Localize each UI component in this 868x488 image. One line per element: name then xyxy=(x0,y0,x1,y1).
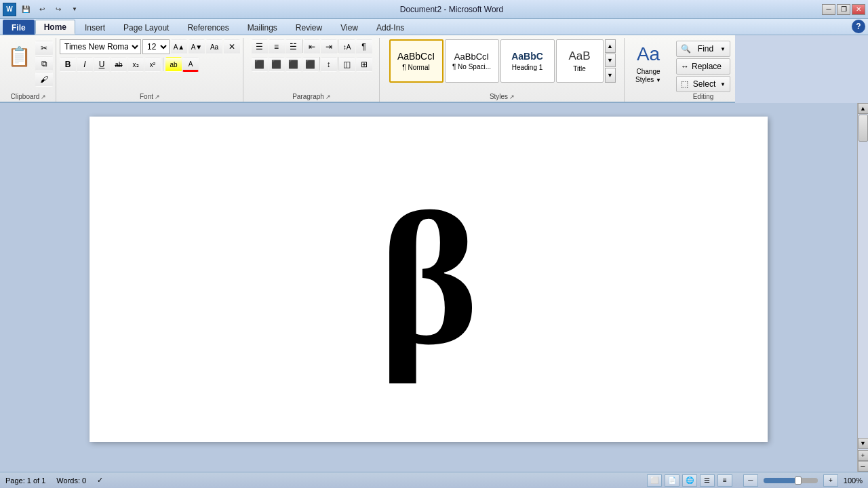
font-size-select[interactable]: 12 xyxy=(142,39,170,54)
tab-references[interactable]: References xyxy=(178,20,237,35)
font-grow-button[interactable]: A▲ xyxy=(171,39,187,54)
paste-button[interactable]: 📋 xyxy=(4,39,34,73)
style-nospacing-preview: AaBbCcI xyxy=(454,52,489,62)
style-normal[interactable]: AaBbCcI ¶ Normal xyxy=(389,39,443,83)
replace-label: Replace xyxy=(692,62,722,71)
minimize-button[interactable]: ─ xyxy=(822,4,835,15)
word-count: Words: 0 xyxy=(56,476,86,485)
style-heading1[interactable]: AaBbC Heading 1 xyxy=(500,39,555,83)
find-dropdown-arrow: ▼ xyxy=(720,46,726,52)
style-normal-preview: AaBbCcI xyxy=(397,51,435,62)
restore-button[interactable]: ❐ xyxy=(837,4,850,15)
close-button[interactable]: ✕ xyxy=(852,4,865,15)
style-title[interactable]: AaB Title xyxy=(556,39,604,83)
font-expand-icon[interactable]: ↗ xyxy=(155,94,160,100)
style-title-preview: AaB xyxy=(568,49,590,63)
quick-access-redo[interactable]: ↪ xyxy=(52,3,65,16)
scroll-up-arrow[interactable]: ▲ xyxy=(858,103,869,114)
superscript-button[interactable]: x² xyxy=(144,57,161,72)
italic-button[interactable]: I xyxy=(77,57,93,72)
editing-group: 🔍 Find ▼ ↔ Replace ⬚ Select ▼ xyxy=(673,38,734,102)
zoom-out-scroll[interactable]: ─ xyxy=(858,461,869,472)
style-nospacing[interactable]: AaBbCcI ¶ No Spaci... xyxy=(445,39,499,83)
styles-expand[interactable]: ▼ xyxy=(605,68,616,83)
bullets-button[interactable]: ☰ xyxy=(252,39,268,54)
select-button[interactable]: ⬚ Select ▼ xyxy=(676,76,730,92)
styles-scroll-up[interactable]: ▲ xyxy=(605,39,616,53)
quick-access-dropdown[interactable]: ▼ xyxy=(68,3,81,16)
zoom-slider[interactable] xyxy=(764,478,818,483)
sort-button[interactable]: ↕A xyxy=(339,39,355,54)
zoom-in-scroll[interactable]: + xyxy=(858,450,869,461)
tab-review[interactable]: Review xyxy=(287,20,331,35)
change-case-button[interactable]: Aa xyxy=(206,39,222,54)
increase-indent-button[interactable]: ⇥ xyxy=(321,39,337,54)
numbering-button[interactable]: ≡ xyxy=(269,39,285,54)
copy-button[interactable]: ⧉ xyxy=(35,56,53,71)
strikethrough-button[interactable]: ab xyxy=(111,57,127,72)
zoom-in-button[interactable]: + xyxy=(823,474,838,487)
scroll-thumb[interactable] xyxy=(859,115,868,142)
zoom-thumb[interactable] xyxy=(795,476,802,485)
replace-button[interactable]: ↔ Replace xyxy=(676,58,730,75)
scroll-down-arrow[interactable]: ▼ xyxy=(858,438,869,449)
multilevel-button[interactable]: ☱ xyxy=(285,39,302,54)
paragraph-label: Paragraph xyxy=(292,93,324,100)
cut-button[interactable]: ✂ xyxy=(35,41,53,56)
align-left-button[interactable]: ⬛ xyxy=(252,57,268,72)
align-center-button[interactable]: ⬛ xyxy=(269,57,285,72)
align-right-button[interactable]: ⬛ xyxy=(285,57,302,72)
window-title: Document2 - Microsoft Word xyxy=(81,5,822,14)
borders-button[interactable]: ⊞ xyxy=(356,57,372,72)
bold-button[interactable]: B xyxy=(60,57,76,72)
proofing-icon[interactable]: ✓ xyxy=(97,476,103,485)
change-styles-group: Aa ChangeStyles ▼ xyxy=(625,38,671,102)
text-highlight-button[interactable]: ab xyxy=(165,57,182,72)
select-dropdown-arrow: ▼ xyxy=(720,81,726,87)
clipboard-expand-icon[interactable]: ↗ xyxy=(41,94,46,100)
clear-format-button[interactable]: ✕ xyxy=(224,39,240,54)
tab-addins[interactable]: Add-Ins xyxy=(368,20,413,35)
tab-file[interactable]: File xyxy=(3,20,35,35)
line-spacing-button[interactable]: ↕ xyxy=(321,57,337,72)
style-title-label: Title xyxy=(573,65,586,73)
font-name-select[interactable]: Times New Roman xyxy=(60,39,141,54)
quick-access-undo[interactable]: ↩ xyxy=(35,3,49,16)
format-painter-button[interactable]: 🖌 xyxy=(35,72,53,87)
help-icon[interactable]: ? xyxy=(852,20,865,33)
tab-pagelayout[interactable]: Page Layout xyxy=(115,20,178,35)
font-label: Font xyxy=(140,93,153,100)
subscript-button[interactable]: x₂ xyxy=(127,57,144,72)
styles-expand-icon[interactable]: ↗ xyxy=(509,94,515,100)
tab-mailings[interactable]: Mailings xyxy=(239,20,286,35)
draft-button[interactable]: ≡ xyxy=(717,474,732,487)
shading-button[interactable]: ◫ xyxy=(339,57,355,72)
print-layout-button[interactable]: ⬜ xyxy=(647,474,662,487)
clipboard-group: 📋 ✂ ⧉ 🖌 Clipboard ↗ xyxy=(1,38,56,102)
tab-home[interactable]: Home xyxy=(35,20,75,35)
zoom-out-button[interactable]: ─ xyxy=(743,474,758,487)
font-shrink-button[interactable]: A▼ xyxy=(189,39,205,54)
full-reading-button[interactable]: 📄 xyxy=(665,474,679,487)
paste-icon: 📋 xyxy=(7,41,31,72)
underline-button[interactable]: U xyxy=(94,57,110,72)
outline-button[interactable]: ☰ xyxy=(700,474,715,487)
quick-access-save[interactable]: 💾 xyxy=(19,3,33,16)
decrease-indent-button[interactable]: ⇤ xyxy=(304,39,320,54)
change-styles-button[interactable]: Aa ChangeStyles ▼ xyxy=(628,39,669,88)
paragraph-group: ☰ ≡ ☱ ⇤ ⇥ ↕A ¶ ⬛ ⬛ ⬛ ⬛ xyxy=(244,38,380,102)
document-page[interactable]: β xyxy=(90,117,768,442)
paragraph-expand-icon[interactable]: ↗ xyxy=(326,94,331,100)
vertical-scrollbar[interactable]: ▲ ▼ + ─ xyxy=(857,103,868,472)
find-label: Find xyxy=(698,44,713,54)
find-button[interactable]: 🔍 Find ▼ xyxy=(676,41,730,57)
tab-insert[interactable]: Insert xyxy=(76,20,114,35)
tab-view[interactable]: View xyxy=(332,20,367,35)
web-layout-button[interactable]: 🌐 xyxy=(682,474,697,487)
change-styles-label: ChangeStyles ▼ xyxy=(635,68,661,84)
font-color-button[interactable]: A xyxy=(182,57,199,72)
justify-button[interactable]: ⬛ xyxy=(302,57,319,72)
style-heading1-label: Heading 1 xyxy=(512,64,543,71)
show-marks-button[interactable]: ¶ xyxy=(356,39,372,54)
styles-scroll-down[interactable]: ▼ xyxy=(605,54,616,67)
